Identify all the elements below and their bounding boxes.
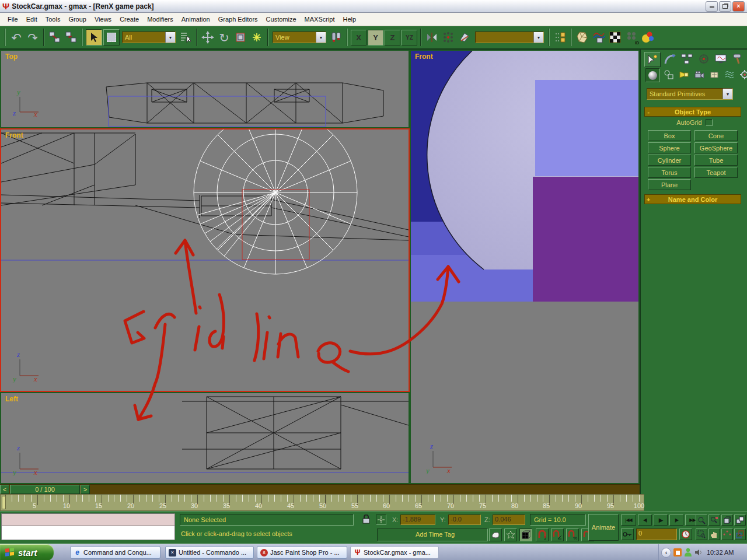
primitives-category-dropdown[interactable]: Standard Primitives ▼ [647, 88, 733, 100]
array-icon[interactable] [441, 30, 456, 45]
pan-hand-icon[interactable] [708, 528, 720, 540]
create-tube-button[interactable]: Tube [694, 155, 738, 166]
zoom-extents-icon[interactable] [721, 514, 733, 526]
undo-icon[interactable]: ↶ [9, 30, 24, 45]
frame-caret[interactable] [2, 496, 6, 509]
mirror-icon[interactable] [424, 30, 439, 45]
material-navigator-icon[interactable] [575, 30, 590, 45]
viewport-shaded-label[interactable]: Front [415, 52, 433, 61]
restrict-yz-plane-button[interactable]: YZ [402, 30, 417, 46]
shapes-category-icon[interactable] [662, 68, 675, 81]
volume-icon[interactable] [694, 548, 703, 556]
zoom-icon[interactable] [696, 514, 707, 526]
geometry-category-icon[interactable] [645, 68, 660, 82]
key-mode-icon[interactable] [621, 528, 634, 540]
create-sphere-button[interactable]: Sphere [648, 142, 691, 153]
viewport-top-label[interactable]: Top [5, 52, 18, 61]
track-bar[interactable]: 5 10 15 20 25 30 35 40 45 50 55 60 65 70… [0, 494, 644, 511]
dropdown-arrow-icon[interactable]: ▼ [722, 89, 732, 99]
dropdown-arrow-icon[interactable]: ▼ [533, 32, 543, 43]
create-geosphere-button[interactable]: GeoSphere [694, 142, 738, 153]
select-and-link-icon[interactable] [47, 30, 62, 45]
named-selection-dropdown[interactable]: ▼ [475, 32, 544, 43]
hide-icons-chevron-icon[interactable]: ‹ [661, 548, 671, 558]
viewport-shaded-front[interactable]: Front [410, 50, 640, 484]
menu-group[interactable]: Group [64, 14, 90, 24]
viewport-top[interactable]: Top [0, 50, 410, 128]
select-and-rotate-icon[interactable]: ↻ [217, 30, 232, 45]
absolute-mode-icon[interactable] [376, 514, 386, 525]
menu-tools[interactable]: Tools [41, 14, 65, 24]
zoom-extents-all-icon[interactable] [734, 514, 746, 526]
modify-tab-icon[interactable] [662, 52, 678, 66]
menu-help[interactable]: Help [339, 14, 361, 24]
minimize-button[interactable] [706, 1, 718, 12]
y-coordinate-field[interactable]: -0.0 [448, 514, 481, 525]
viewport-front[interactable]: Front [0, 128, 410, 392]
select-and-move-icon[interactable] [200, 30, 215, 45]
messenger-buddy-icon[interactable] [684, 548, 692, 557]
lights-category-icon[interactable] [677, 68, 690, 81]
selection-filter-toggle-icon[interactable] [504, 528, 517, 541]
menu-customize[interactable]: Customize [262, 14, 301, 24]
angle-snap-icon[interactable] [551, 528, 564, 541]
space-warps-category-icon[interactable] [722, 68, 736, 81]
create-tab-icon[interactable] [644, 52, 661, 67]
helpers-category-icon[interactable] [707, 68, 721, 81]
create-teapot-button[interactable]: Teapot [694, 167, 738, 178]
slider-next-button[interactable]: > [81, 485, 90, 494]
reference-coordinate-dropdown[interactable]: View ▼ [273, 32, 326, 43]
min-max-toggle-icon[interactable] [734, 528, 746, 540]
x-coordinate-field[interactable]: -1.889 [400, 514, 435, 525]
unlink-icon[interactable] [64, 30, 79, 45]
taskbar-item-commando[interactable]: × Untitled - Commando ... [165, 546, 254, 559]
rectangular-selection-region-button[interactable] [103, 29, 120, 46]
previous-frame-button[interactable]: ◀| [638, 514, 652, 526]
taskbar-item-command-and-conquer[interactable]: e Command and Conqu... [70, 546, 160, 559]
select-object-button[interactable] [86, 29, 102, 46]
current-frame-field[interactable]: 0 [636, 528, 677, 540]
create-cone-button[interactable]: Cone [694, 130, 738, 141]
crossing-selection-icon[interactable] [519, 528, 532, 541]
arc-rotate-icon[interactable] [721, 528, 733, 540]
degradation-override-icon[interactable] [489, 528, 502, 541]
maxscript-listener-input[interactable] [1, 526, 175, 540]
time-slider-track[interactable]: < 0 / 100 > [0, 484, 640, 494]
motion-tab-icon[interactable] [696, 52, 711, 66]
snap-toggle-3d-icon[interactable]: 3 [536, 528, 549, 541]
utilities-tab-icon[interactable] [730, 52, 745, 66]
autogrid-checkbox[interactable] [706, 119, 713, 126]
render-icon[interactable] [640, 30, 655, 45]
curve-editor-icon[interactable] [591, 30, 606, 45]
select-by-name-icon[interactable] [178, 30, 193, 45]
percent-snap-icon[interactable]: % [566, 528, 579, 541]
material-id-icon[interactable]: ID [624, 30, 639, 45]
create-box-button[interactable]: Box [648, 130, 691, 141]
restore-button[interactable] [719, 1, 731, 12]
restrict-x-button[interactable]: X [351, 30, 366, 46]
time-configuration-icon[interactable] [679, 528, 692, 540]
create-torus-button[interactable]: Torus [648, 167, 691, 178]
menu-views[interactable]: Views [90, 14, 116, 24]
name-color-rollout[interactable]: + Name and Color [644, 194, 741, 204]
create-plane-button[interactable]: Plane [648, 179, 691, 190]
hierarchy-tab-icon[interactable] [679, 52, 694, 66]
z-coordinate-field[interactable]: 0.046 [493, 514, 525, 525]
dropdown-arrow-icon[interactable]: ▼ [165, 32, 175, 43]
manipulate-icon[interactable] [249, 30, 264, 45]
restrict-z-button[interactable]: Z [385, 30, 400, 46]
dropdown-arrow-icon[interactable]: ▼ [316, 32, 326, 43]
menu-create[interactable]: Create [116, 14, 143, 24]
close-button[interactable]: × [732, 1, 745, 12]
display-tab-icon[interactable] [713, 52, 728, 66]
systems-category-icon[interactable] [738, 68, 747, 81]
menu-animation[interactable]: Animation [177, 14, 214, 24]
object-type-rollout[interactable]: - Object Type [644, 107, 741, 117]
viewport-left[interactable]: Left [0, 392, 410, 484]
time-slider-handle[interactable]: 0 / 100 [10, 485, 80, 494]
tray-app-icon[interactable] [673, 548, 682, 556]
expand-icon[interactable]: + [645, 196, 652, 203]
taskbar-item-gmax[interactable]: Ψ StockCar.gmax - gma... [350, 546, 439, 559]
restrict-y-button[interactable]: Y [368, 30, 383, 46]
menu-modifiers[interactable]: Modifiers [143, 14, 177, 24]
